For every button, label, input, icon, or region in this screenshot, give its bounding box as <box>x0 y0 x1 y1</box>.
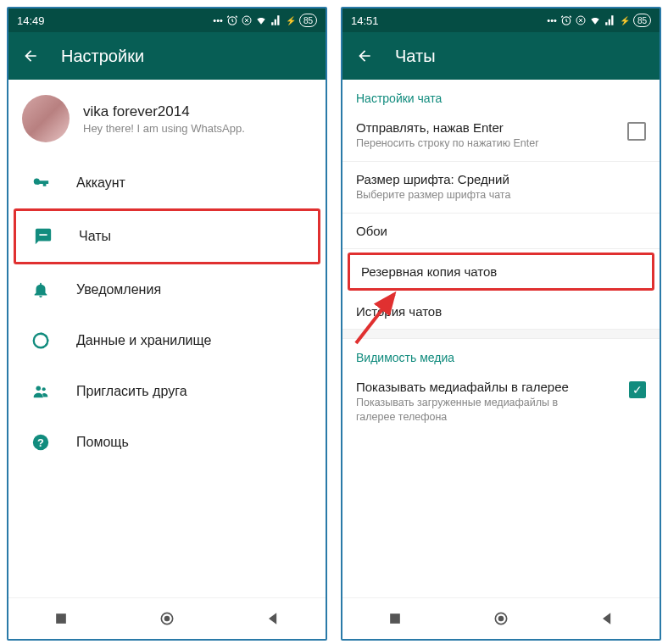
setting-history[interactable]: История чатов <box>342 294 660 329</box>
nav-recent-icon[interactable] <box>53 610 70 627</box>
appbar-title: Настройки <box>61 47 144 66</box>
statusbar-time: 14:51 <box>351 14 379 27</box>
dots-icon: ••• <box>547 15 557 25</box>
statusbar-icons: ••• ⚡ 85 <box>213 14 317 27</box>
font-size-sub: Выберите размер шрифта чата <box>356 188 510 203</box>
avatar <box>22 95 70 142</box>
appbar: Настройки <box>8 32 326 80</box>
bell-icon <box>31 280 51 300</box>
menu-account[interactable]: Аккаунт <box>8 158 326 208</box>
menu-data-storage[interactable]: Данные и хранилище <box>8 315 326 366</box>
chat-icon <box>33 226 53 247</box>
nosim-icon <box>242 15 252 25</box>
charge-icon: ⚡ <box>286 16 296 25</box>
statusbar-icons: ••• ⚡ 85 <box>547 14 651 27</box>
setting-backup-highlight: Резервная копия чатов <box>348 253 654 291</box>
nav-back-icon[interactable] <box>598 610 615 627</box>
section-chat-settings: Настройки чата <box>342 80 660 110</box>
enter-to-send-title: Отправлять, нажав Enter <box>356 120 538 135</box>
setting-enter-to-send[interactable]: Отправлять, нажав Enter Переносить строк… <box>342 110 660 162</box>
nav-home-icon[interactable] <box>159 610 175 627</box>
menu-help[interactable]: ? Помощь <box>8 417 326 468</box>
menu-notifications[interactable]: Уведомления <box>8 264 326 315</box>
nosim-icon <box>576 15 586 25</box>
menu-account-label: Аккаунт <box>76 175 125 191</box>
charge-icon: ⚡ <box>620 16 630 25</box>
signal-icon <box>604 14 616 26</box>
statusbar-time: 14:49 <box>17 14 45 27</box>
setting-backup[interactable]: Резервная копия чатов <box>350 255 652 288</box>
android-nav <box>8 597 326 639</box>
back-icon[interactable] <box>22 47 39 64</box>
people-icon <box>31 381 51 402</box>
profile-status: Hey there! I am using WhatsApp. <box>83 122 245 135</box>
svg-point-4 <box>42 387 46 391</box>
battery-indicator: 85 <box>633 14 651 27</box>
menu-chats[interactable]: Чаты <box>14 208 320 264</box>
nav-recent-icon[interactable] <box>387 610 404 627</box>
svg-rect-7 <box>56 613 66 624</box>
appbar: Чаты <box>342 32 660 80</box>
enter-to-send-sub: Переносить строку по нажатию Enter <box>356 136 538 151</box>
menu-notifications-label: Уведомления <box>76 282 161 297</box>
signal-icon <box>270 14 282 26</box>
settings-content: vika forever2014 Hey there! I am using W… <box>8 80 326 597</box>
media-visibility-sub: Показывать загруженные медиафайлы в гале… <box>356 396 593 425</box>
media-visibility-checkbox[interactable]: ✓ <box>629 381 646 398</box>
enter-to-send-checkbox[interactable] <box>627 122 646 141</box>
wifi-icon <box>255 14 267 26</box>
menu-help-label: Помощь <box>76 435 129 450</box>
media-visibility-title: Показывать медиафайлы в галерее <box>356 380 593 394</box>
history-title: История чатов <box>356 304 442 319</box>
menu-data-storage-label: Данные и хранилище <box>76 333 211 348</box>
font-size-title: Размер шрифта: Средний <box>356 172 510 186</box>
setting-media-visibility[interactable]: Показывать медиафайлы в галерее Показыва… <box>342 369 660 435</box>
phone-settings: 14:49 ••• ⚡ 85 Настройки vika forever201… <box>7 7 327 641</box>
section-divider <box>342 329 660 339</box>
data-icon <box>31 330 51 351</box>
dots-icon: ••• <box>213 15 223 25</box>
section-media-visibility: Видимость медиа <box>342 339 660 369</box>
menu-invite-friend[interactable]: Пригласить друга <box>8 366 326 417</box>
menu-invite-friend-label: Пригласить друга <box>76 384 187 399</box>
svg-point-14 <box>498 617 503 621</box>
svg-point-9 <box>164 617 169 621</box>
profile-name: vika forever2014 <box>83 103 245 120</box>
backup-title: Резервная копия чатов <box>361 264 497 279</box>
svg-text:?: ? <box>37 436 44 449</box>
battery-indicator: 85 <box>299 14 317 27</box>
wallpaper-title: Обои <box>356 224 387 238</box>
appbar-title: Чаты <box>395 47 436 66</box>
setting-wallpaper[interactable]: Обои <box>342 214 660 249</box>
phone-chats: 14:51 ••• ⚡ 85 Чаты Настройки чата Отпра… <box>341 7 661 641</box>
menu-chats-label: Чаты <box>79 229 111 244</box>
android-nav <box>342 597 660 639</box>
statusbar: 14:51 ••• ⚡ 85 <box>342 8 660 32</box>
svg-rect-12 <box>390 613 400 624</box>
alarm-icon <box>560 14 572 26</box>
svg-point-3 <box>36 386 42 391</box>
setting-font-size[interactable]: Размер шрифта: Средний Выберите размер ш… <box>342 162 660 214</box>
statusbar: 14:49 ••• ⚡ 85 <box>8 8 326 32</box>
chats-content: Настройки чата Отправлять, нажав Enter П… <box>342 80 660 597</box>
nav-back-icon[interactable] <box>264 610 281 627</box>
nav-home-icon[interactable] <box>493 610 509 627</box>
help-icon: ? <box>31 432 51 452</box>
back-icon[interactable] <box>356 47 373 64</box>
key-icon <box>31 173 51 193</box>
alarm-icon <box>226 14 238 26</box>
profile-row[interactable]: vika forever2014 Hey there! I am using W… <box>8 80 326 158</box>
wifi-icon <box>589 14 601 26</box>
